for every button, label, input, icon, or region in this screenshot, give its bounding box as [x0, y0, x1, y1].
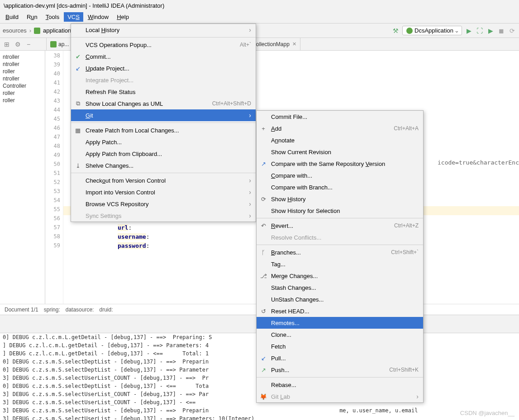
close-icon[interactable]: ✕ — [292, 41, 296, 47]
run-coverage-icon[interactable]: ▶ — [486, 27, 495, 35]
git-menu-item[interactable]: ↙Pull... — [257, 352, 423, 364]
stop-icon[interactable]: ◼ — [497, 27, 505, 35]
git-menu-item[interactable]: Commit File... — [257, 111, 423, 123]
structure-item[interactable]: roller — [2, 90, 43, 97]
git-menu-item: Resolve Conflicts... — [257, 231, 423, 243]
structure-item[interactable]: ntroller — [2, 53, 43, 61]
menu-item-label: Add — [271, 125, 390, 132]
submenu-arrow-icon — [249, 200, 251, 208]
vcs-menu-item[interactable]: Apply Patch... — [71, 136, 256, 148]
line-number: 51 — [45, 170, 63, 179]
vcs-menu-item[interactable]: Local History — [71, 24, 256, 36]
vcs-menu-item[interactable]: ⧉Show Local Changes as UMLCtrl+Alt+Shift… — [71, 98, 256, 109]
submenu-arrow-icon — [249, 189, 251, 196]
menu-item-label: Create Patch from Local Changes... — [86, 127, 251, 134]
menu-item-icon: ⤓ — [74, 162, 82, 169]
git-menu-item[interactable]: ↶Revert...Ctrl+Alt+Z — [257, 220, 423, 231]
submenu-arrow-icon — [249, 177, 251, 184]
submenu-arrow-icon — [249, 26, 251, 33]
update-icon[interactable]: ⟳ — [508, 27, 516, 35]
collapse-icon[interactable]: − — [24, 40, 33, 48]
git-menu-item[interactable]: Fetch — [257, 340, 423, 352]
menu-separator — [257, 377, 423, 378]
vcs-menu-item[interactable]: VCS Operations Popup...Alt+` — [71, 39, 256, 51]
git-menu-item[interactable]: Clone... — [257, 329, 423, 340]
expand-icon[interactable] — [35, 40, 43, 48]
breadcrumb-segment[interactable]: datasource: — [66, 307, 94, 313]
menu-build[interactable]: Build — [2, 12, 22, 22]
breadcrumb-segment[interactable]: druid: — [99, 307, 113, 313]
menu-item-icon: ▦ — [74, 127, 82, 134]
menu-vcs[interactable]: VCS — [64, 12, 83, 22]
git-menu-item[interactable]: Compare with Branch... — [257, 181, 423, 193]
menu-item-label: Apply Patch from Clipboard... — [86, 151, 251, 157]
git-menu-item[interactable]: ↺Reset HEAD... — [257, 305, 423, 317]
menu-item-label: Compare with Branch... — [271, 184, 419, 191]
menu-item-label: Update Project... — [86, 65, 251, 72]
vcs-menu-item[interactable]: Browse VCS Repository — [71, 198, 256, 210]
line-number: 40 — [45, 71, 63, 80]
git-menu-item[interactable]: Rebase... — [257, 379, 423, 391]
run-configuration-dropdown[interactable]: DcsApplication — [402, 26, 462, 35]
menu-item-icon: ⎇ — [259, 273, 267, 279]
menu-item-icon: ↙ — [74, 65, 82, 72]
git-menu-item[interactable]: ↗Push...Ctrl+Shift+K — [257, 364, 423, 376]
hammer-icon[interactable]: ⚒ — [391, 27, 400, 35]
vcs-menu-item[interactable]: Git — [71, 109, 256, 121]
submenu-arrow-icon — [249, 112, 251, 119]
menu-tools[interactable]: Tools — [42, 12, 63, 22]
vcs-menu-item[interactable]: Refresh File Status — [71, 86, 256, 98]
structure-item[interactable]: roller — [2, 68, 43, 75]
git-menu-item[interactable]: Annotate — [257, 134, 423, 146]
menu-item-label: Show Local Changes as UML — [86, 100, 209, 107]
debug-icon[interactable]: ⛶ — [476, 27, 484, 35]
vcs-menu-item: Integrate Project... — [71, 74, 256, 86]
menu-item-label: Refresh File Status — [86, 89, 251, 95]
line-number: 39 — [45, 61, 63, 71]
vcs-menu-item[interactable]: ↙Update Project... — [71, 62, 256, 74]
vcs-dropdown-menu: Local HistoryVCS Operations Popup...Alt+… — [71, 24, 256, 222]
breadcrumb-segment[interactable]: spring: — [44, 307, 60, 313]
vcs-menu-item[interactable]: Apply Patch from Clipboard... — [71, 148, 256, 160]
git-menu-item[interactable]: Stash Changes... — [257, 282, 423, 293]
git-menu-item[interactable]: UnStash Changes... — [257, 293, 423, 305]
git-menu-item[interactable]: ⟳Show History — [257, 193, 423, 205]
menu-item-label: Revert... — [271, 222, 390, 229]
git-menu-item[interactable]: ↗Compare with the Same Repository Versio… — [257, 158, 423, 170]
vcs-menu-item[interactable]: ▦Create Patch from Local Changes... — [71, 124, 256, 136]
structure-item[interactable]: ntroller — [2, 75, 43, 82]
menu-item-label: Branches... — [271, 249, 387, 256]
breadcrumb-segment[interactable]: Document 1/1 — [5, 307, 38, 313]
line-number: 50 — [45, 161, 63, 170]
menu-window[interactable]: Window — [84, 12, 112, 22]
menu-separator — [71, 173, 256, 173]
git-menu-item[interactable]: Remotes... — [257, 317, 423, 329]
vcs-menu-item[interactable]: Import into Version Control — [71, 186, 256, 198]
git-menu-item[interactable]: Show Current Revision — [257, 146, 423, 158]
settings-icon[interactable]: ⚙ — [14, 40, 22, 48]
line-number: 55 — [45, 206, 63, 215]
menu-item-label: Integrate Project... — [86, 77, 251, 84]
breadcrumb-item[interactable]: esources — [3, 27, 27, 34]
vcs-menu-item[interactable]: Checkout from Version Control — [71, 175, 256, 186]
menu-help[interactable]: Help — [113, 12, 133, 22]
menu-item-label: Rebase... — [271, 382, 419, 388]
vcs-menu-item[interactable]: ⤓Shelve Changes... — [71, 160, 256, 171]
git-menu-item[interactable]: +AddCtrl+Alt+A — [257, 123, 423, 134]
line-number: 57 — [45, 224, 63, 233]
git-menu-item[interactable]: Show History for Selection — [257, 205, 423, 217]
structure-item[interactable]: Controller — [2, 82, 43, 90]
structure-icon[interactable]: ⊞ — [3, 40, 11, 48]
git-menu-item[interactable]: Tag... — [257, 258, 423, 270]
structure-tool-buttons: ⊞ ⚙ − — [0, 38, 47, 50]
run-icon[interactable]: ▶ — [465, 27, 473, 35]
menu-item-label: Git Lab — [271, 393, 413, 400]
git-menu-item[interactable]: ⎇Merge Changes... — [257, 270, 423, 282]
structure-item[interactable]: roller — [2, 97, 43, 104]
vcs-menu-item[interactable]: ✔Commit... — [71, 51, 256, 62]
git-menu-item[interactable]: ᚴBranches...Ctrl+Shift+` — [257, 246, 423, 258]
menu-run[interactable]: Run — [23, 12, 41, 22]
structure-item[interactable]: ntroller — [2, 61, 43, 68]
git-submenu: Commit File...+AddCtrl+Alt+AAnnotateShow… — [256, 110, 424, 403]
git-menu-item[interactable]: Compare with... — [257, 170, 423, 181]
